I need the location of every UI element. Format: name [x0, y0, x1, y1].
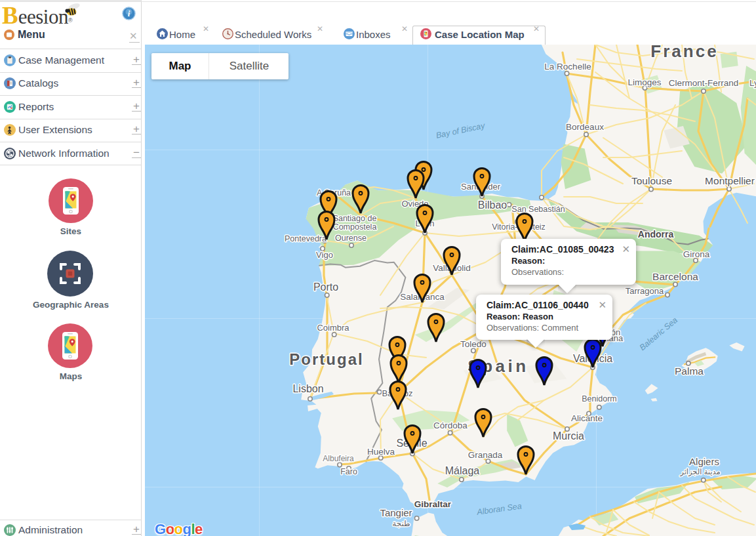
- svg-text:Bordeaux: Bordeaux: [566, 122, 604, 132]
- svg-text:Algiers: Algiers: [689, 456, 719, 467]
- svg-text:Ly: Ly: [749, 78, 756, 88]
- svg-text:Murcia: Murcia: [553, 430, 584, 442]
- svg-text:Alicante: Alicante: [571, 413, 603, 423]
- svg-text:Benidorm: Benidorm: [582, 394, 617, 403]
- svg-text:France: France: [650, 45, 718, 61]
- svg-text:i: i: [128, 9, 130, 18]
- svg-text:Toledo: Toledo: [460, 339, 487, 349]
- svg-text:Limoges: Limoges: [627, 77, 661, 87]
- svg-text:La Rochelle: La Rochelle: [544, 62, 591, 72]
- svg-text:Toulouse: Toulouse: [631, 175, 672, 186]
- svg-text:Ourense: Ourense: [335, 234, 367, 243]
- svg-text:Clermont-Ferrand: Clermont-Ferrand: [669, 78, 739, 88]
- svg-text:Palma: Palma: [675, 365, 704, 377]
- svg-text:Montpellier: Montpellier: [705, 175, 755, 186]
- svg-text:San Sebastián: San Sebastián: [511, 205, 565, 214]
- svg-text:Lisbon: Lisbon: [292, 383, 323, 394]
- svg-text:Tangier: Tangier: [380, 507, 412, 518]
- svg-text:Huelva: Huelva: [367, 447, 395, 457]
- svg-text:Albufeira: Albufeira: [323, 454, 354, 463]
- svg-text:Portugal: Portugal: [289, 350, 363, 368]
- svg-text:Andorra: Andorra: [638, 229, 674, 239]
- svg-text:Coimbra: Coimbra: [317, 323, 349, 333]
- svg-text:Compostela: Compostela: [333, 222, 377, 232]
- svg-text:Bilbao: Bilbao: [478, 199, 507, 211]
- svg-text:Tarragona: Tarragona: [626, 286, 664, 296]
- svg-text:Vigo: Vigo: [316, 250, 333, 260]
- svg-text:Pontevedra: Pontevedra: [285, 234, 327, 243]
- svg-text:Faro: Faro: [340, 467, 357, 476]
- svg-text:Gibraltar: Gibraltar: [414, 499, 452, 509]
- svg-text:Córdoba: Córdoba: [433, 421, 468, 430]
- svg-text:Málaga: Málaga: [445, 465, 480, 476]
- svg-text:Barcelona: Barcelona: [652, 271, 698, 282]
- svg-text:Santiago de: Santiago de: [333, 214, 377, 223]
- svg-text:طنجة: طنجة: [392, 519, 410, 528]
- svg-text:Porto: Porto: [313, 281, 338, 293]
- svg-text:Girona: Girona: [683, 249, 710, 259]
- svg-text:مدينة الجزائر: مدينة الجزائر: [679, 468, 720, 477]
- svg-text:Granada: Granada: [468, 450, 503, 460]
